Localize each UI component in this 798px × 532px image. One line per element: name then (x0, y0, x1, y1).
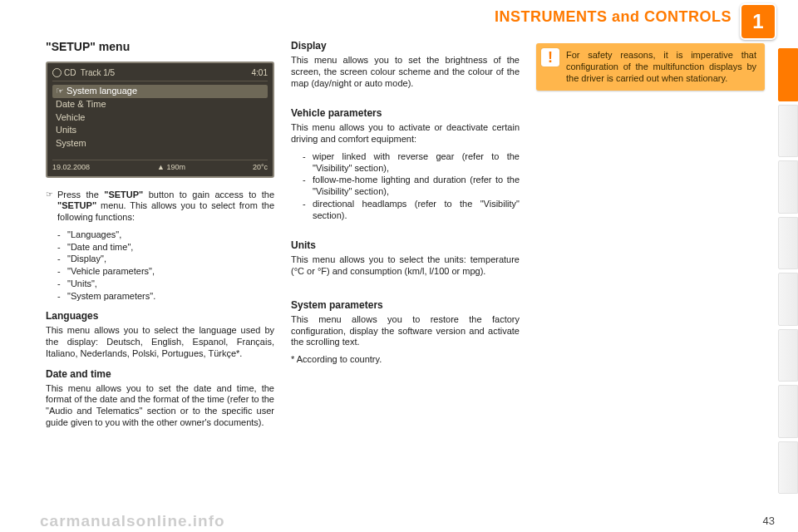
screenshot-date: 19.02.2008 (52, 163, 90, 172)
footnote: * According to country. (291, 354, 520, 366)
screenshot-temp: 20°c (253, 163, 268, 172)
screenshot-altitude: ▲ 190m (157, 163, 185, 172)
screenshot-clock: 4:01 (252, 68, 268, 79)
press-setup-instruction: Press the "SETUP" button to gain access … (46, 190, 274, 303)
column-middle: Display This menu allows you to set the … (291, 40, 520, 524)
section-title: INSTRUMENTS and CONTROLS (0, 8, 732, 26)
screenshot-menu-item: Units (52, 124, 268, 137)
screenshot-menu-selected: ☞ System language (52, 85, 268, 98)
units-heading: Units (291, 239, 520, 252)
side-tab (778, 385, 798, 438)
side-tabs (778, 48, 798, 497)
system-params-heading: System parameters (291, 299, 520, 312)
function-item: "Display", (57, 254, 274, 265)
languages-heading: Languages (46, 310, 274, 323)
system-params-text: This menu allows you to restore the fact… (291, 314, 520, 348)
datetime-heading: Date and time (46, 368, 274, 381)
languages-text: This menu allows you to select the langu… (46, 325, 274, 359)
screenshot-menu-item: Vehicle (52, 111, 268, 125)
function-item: "Units", (57, 278, 274, 290)
vehicle-params-text: This menu allows you to activate or deac… (291, 122, 520, 145)
side-tab (778, 217, 798, 270)
warning-icon: ! (541, 48, 559, 66)
screenshot-menu-item: System (52, 137, 268, 150)
page-number: 43 (763, 515, 775, 527)
function-item: "Vehicle parameters", (57, 266, 274, 278)
datetime-text: This menu allows you to set the date and… (46, 383, 274, 429)
watermark: carmanualsonline.info (40, 512, 225, 530)
display-text: This menu allows you to set the brightne… (291, 55, 520, 89)
setup-menu-heading: "SETUP" menu (46, 40, 274, 55)
screenshot-menu-item: Date & Time (52, 98, 268, 111)
side-tab (778, 273, 798, 326)
column-left: "SETUP" menu CD Track 1/5 4:01 ☞ System … (46, 40, 274, 524)
side-tab (778, 441, 798, 495)
chapter-number-badge: 1 (740, 3, 776, 40)
function-item: "System parameters". (57, 291, 274, 303)
vehicle-param-item: directional headlamps (refer to the "Vis… (303, 199, 520, 222)
side-tab (778, 48, 798, 101)
vehicle-param-item: follow-me-home lighting and duration (re… (303, 175, 520, 198)
safety-warning-box: ! For safety reasons, it is imperative t… (536, 43, 765, 91)
column-right: ! For safety reasons, it is imperative t… (536, 40, 765, 524)
function-item: "Languages", (57, 229, 274, 241)
safety-warning-text: For safety reasons, it is imperative tha… (566, 50, 756, 83)
infotainment-screenshot: CD Track 1/5 4:01 ☞ System language Date… (46, 62, 274, 178)
side-tab (778, 329, 798, 382)
display-heading: Display (291, 40, 520, 52)
units-text: This menu allows you to select the units… (291, 254, 520, 278)
side-tab (778, 105, 798, 158)
side-tab (778, 160, 798, 214)
vehicle-param-item: wiper linked with reverse gear (refer to… (303, 151, 520, 175)
screenshot-source: CD Track 1/5 (52, 68, 115, 79)
function-item: "Date and time", (57, 242, 274, 254)
vehicle-params-heading: Vehicle parameters (291, 107, 520, 120)
